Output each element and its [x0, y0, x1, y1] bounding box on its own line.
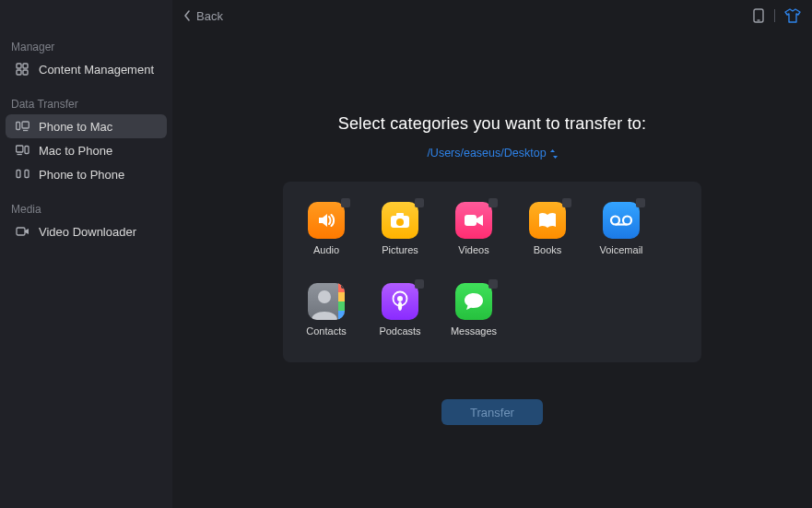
svg-rect-1	[23, 64, 28, 68]
svg-rect-3	[23, 70, 28, 75]
category-voicemail[interactable]: Voicemail	[598, 202, 644, 255]
nav-label: Content Management	[39, 63, 154, 77]
mac-to-phone-icon	[15, 143, 29, 158]
swap-vertical-icon	[550, 149, 558, 159]
svg-rect-18	[465, 215, 477, 226]
nav-phone-to-mac[interactable]: Phone to Mac	[6, 114, 167, 138]
svg-rect-5	[22, 122, 29, 128]
category-label: Contacts	[306, 325, 346, 337]
grid-icon	[15, 62, 29, 77]
nav-mac-to-phone[interactable]: Mac to Phone	[6, 138, 167, 162]
svg-rect-11	[25, 171, 29, 178]
category-messages[interactable]: Messages	[451, 283, 497, 337]
svg-rect-10	[17, 171, 20, 178]
path-text: /Users/easeus/Desktop	[427, 147, 546, 159]
svg-point-20	[623, 217, 631, 225]
videos-icon	[455, 202, 492, 239]
topbar: Back	[172, 0, 812, 31]
category-label: Pictures	[382, 244, 418, 255]
category-label: Messages	[451, 325, 497, 337]
category-pictures[interactable]: Pictures	[377, 202, 423, 255]
section-media: Media	[0, 197, 172, 219]
sidebar: Manager Content Management Data Transfer…	[0, 0, 172, 508]
svg-rect-9	[25, 147, 29, 154]
svg-point-23	[397, 296, 403, 301]
category-podcasts[interactable]: Podcasts	[377, 283, 423, 337]
svg-point-19	[611, 217, 619, 225]
category-contacts[interactable]: Contacts	[303, 283, 349, 337]
podcasts-icon	[382, 283, 418, 320]
category-label: Audio	[313, 244, 339, 255]
content: Select categories you want to transfer t…	[172, 31, 812, 425]
nav-label: Mac to Phone	[39, 144, 112, 158]
svg-rect-4	[16, 123, 19, 130]
page-title: Select categories you want to transfer t…	[338, 114, 647, 134]
nav-label: Video Downloader	[39, 225, 136, 239]
phone-to-mac-icon	[15, 119, 29, 134]
category-audio[interactable]: Audio	[303, 202, 349, 255]
categories-panel: Audio Pictures Videos	[283, 182, 701, 362]
audio-icon	[308, 202, 345, 239]
svg-rect-0	[17, 64, 21, 68]
section-manager: Manager	[0, 35, 172, 57]
svg-rect-16	[396, 213, 404, 217]
nav-phone-to-phone[interactable]: Phone to Phone	[6, 162, 167, 186]
svg-rect-2	[17, 70, 21, 75]
video-downloader-icon	[15, 224, 29, 239]
chevron-left-icon	[183, 10, 191, 21]
messages-icon	[455, 283, 492, 320]
books-icon	[529, 202, 566, 239]
shirt-icon[interactable]	[784, 8, 801, 23]
svg-point-17	[396, 219, 404, 226]
category-label: Voicemail	[599, 244, 642, 255]
svg-rect-12	[17, 228, 25, 235]
device-icon[interactable]	[752, 8, 765, 23]
nav-content-management[interactable]: Content Management	[6, 57, 167, 81]
nav-label: Phone to Phone	[39, 168, 124, 182]
back-label: Back	[196, 9, 223, 23]
main: Back Select categories you want to trans…	[172, 0, 812, 508]
category-label: Books	[534, 244, 562, 255]
category-label: Podcasts	[379, 325, 420, 337]
svg-rect-7	[16, 146, 22, 152]
pictures-icon	[382, 202, 418, 239]
category-label: Videos	[458, 244, 488, 255]
transfer-button[interactable]: Transfer	[441, 399, 543, 425]
section-data-transfer: Data Transfer	[0, 92, 172, 114]
category-books[interactable]: Books	[524, 202, 571, 255]
transfer-label: Transfer	[470, 406, 514, 419]
category-videos[interactable]: Videos	[451, 202, 497, 255]
topbar-right	[752, 8, 801, 23]
svg-point-22	[318, 290, 331, 303]
phone-to-phone-icon	[15, 167, 29, 182]
back-button[interactable]: Back	[183, 9, 223, 23]
categories-grid: Audio Pictures Videos	[303, 202, 681, 337]
divider	[774, 9, 775, 22]
destination-path[interactable]: /Users/easeus/Desktop	[427, 147, 557, 159]
contacts-icon	[308, 283, 345, 320]
nav-video-downloader[interactable]: Video Downloader	[6, 219, 167, 243]
nav-label: Phone to Mac	[39, 120, 112, 134]
voicemail-icon	[603, 202, 640, 239]
